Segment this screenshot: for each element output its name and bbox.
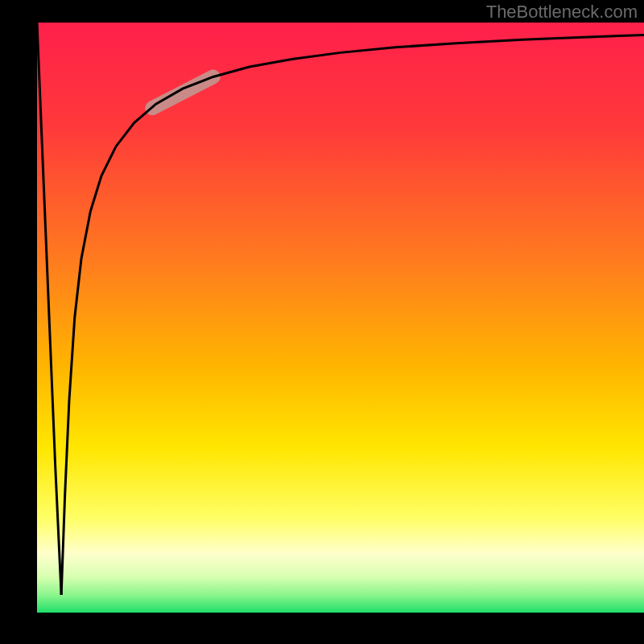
bottleneck-chart	[0, 0, 644, 644]
attribution-label: TheBottleneck.com	[486, 2, 638, 23]
plot-background	[37, 23, 644, 613]
chart-svg	[0, 0, 644, 644]
